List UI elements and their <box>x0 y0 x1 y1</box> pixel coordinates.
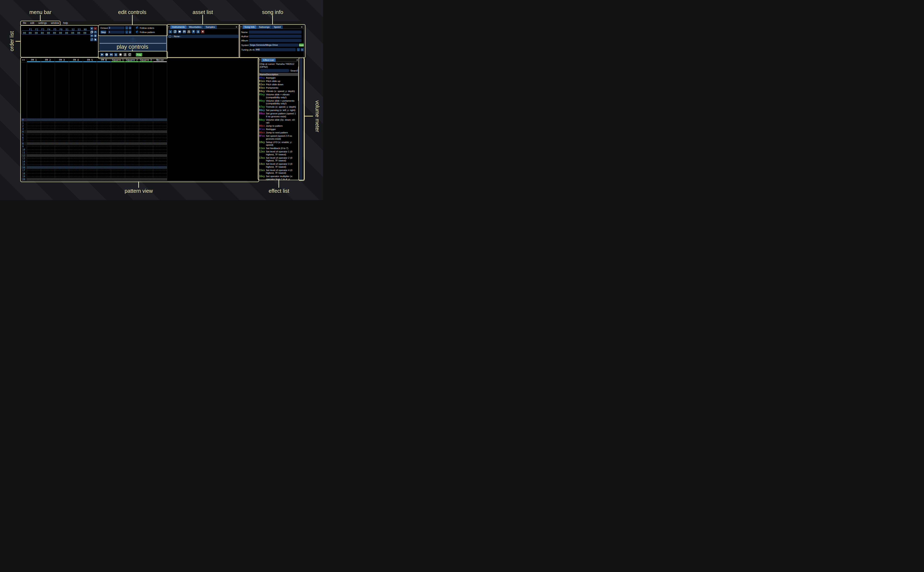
pattern-cell[interactable]: ············· <box>111 118 125 121</box>
pattern-cell[interactable]: ············· <box>69 118 83 121</box>
pattern-cell[interactable]: ············· <box>125 148 139 151</box>
pattern-cell[interactable]: ············· <box>27 178 41 181</box>
order-cell[interactable]: 00 <box>33 31 39 34</box>
pattern-cell[interactable]: ············· <box>83 118 97 121</box>
pattern-cell[interactable]: ············· <box>139 178 153 181</box>
pattern-cell[interactable]: ············· <box>41 127 55 130</box>
pattern-row-17[interactable]: 17······································… <box>21 169 167 172</box>
pattern-cell[interactable]: ············· <box>153 118 167 121</box>
menu-file[interactable]: file <box>23 22 26 25</box>
pattern-cell[interactable]: ············· <box>111 157 125 160</box>
pattern-row-5[interactable]: 5·······································… <box>21 133 167 136</box>
order-cell[interactable]: 00 <box>82 31 88 34</box>
pattern-cell[interactable]: ············· <box>83 163 97 166</box>
pattern-cell[interactable]: ············· <box>97 145 111 148</box>
collapse-icon[interactable]: ▼ <box>259 58 261 62</box>
pattern-cell[interactable]: ············· <box>97 178 111 181</box>
pattern-cell[interactable]: ············· <box>139 169 153 172</box>
pattern-cell[interactable]: ············· <box>139 118 153 121</box>
pattern-cell[interactable]: ············· <box>125 133 139 136</box>
pattern-cell[interactable]: ············· <box>139 166 153 169</box>
pattern-cell[interactable]: ············· <box>41 136 55 139</box>
pattern-row-12[interactable]: 12······································… <box>21 154 167 157</box>
pattern-cell[interactable]: ············· <box>55 154 69 157</box>
pattern-cell[interactable]: ············· <box>55 166 69 169</box>
pattern-cell[interactable]: ············· <box>153 133 167 136</box>
order-cell[interactable]: 00 <box>39 31 45 34</box>
effect-row-16xy[interactable]: 16xySet operator multiplier (x: operator… <box>259 175 299 180</box>
pattern-cell[interactable]: ············· <box>69 154 83 157</box>
effect-row-02xx[interactable]: 02xxPitch slide down <box>259 83 299 86</box>
tab-instruments[interactable]: Instruments <box>170 25 187 29</box>
pattern-cell[interactable]: ············· <box>97 121 111 124</box>
collapse-icon[interactable]: ▼ <box>167 25 170 29</box>
pattern-cell[interactable]: ············· <box>69 178 83 181</box>
follow-orders-checkbox[interactable]: ✓ <box>136 26 139 29</box>
pattern-row-10[interactable]: 10······································… <box>21 148 167 151</box>
pattern-cell[interactable]: ············· <box>55 175 69 178</box>
cursor-button[interactable] <box>94 38 97 41</box>
remove-button[interactable]: − <box>94 27 97 30</box>
pattern-row-7[interactable]: 7·······································… <box>21 139 167 142</box>
pattern-row-11[interactable]: 11······································… <box>21 151 167 154</box>
pattern-cell[interactable]: ············· <box>111 121 125 124</box>
follow-pattern-checkbox[interactable]: ✓ <box>136 31 139 33</box>
pattern-cell[interactable]: ············· <box>97 148 111 151</box>
pattern-cell[interactable]: ············· <box>111 142 125 145</box>
play-button[interactable] <box>100 53 104 56</box>
pattern-cell[interactable]: ············· <box>55 121 69 124</box>
pattern-cell[interactable]: ············· <box>111 175 125 178</box>
add-button[interactable]: + <box>90 27 93 30</box>
tuning-minus-button[interactable]: - <box>297 48 300 51</box>
pattern-cell[interactable]: ············· <box>41 142 55 145</box>
pattern-cell[interactable]: ············· <box>111 127 125 130</box>
pattern-cell[interactable]: ············· <box>153 172 167 175</box>
effect-row-03xx[interactable]: 03xxPortamento <box>259 87 299 90</box>
pattern-cell[interactable]: ············· <box>97 157 111 160</box>
pattern-cell[interactable]: ············· <box>69 130 83 133</box>
pattern-cell[interactable]: ············· <box>139 130 153 133</box>
order-cell[interactable]: 00 <box>27 31 33 34</box>
octave-plus-button[interactable]: + <box>129 26 131 30</box>
pattern-cell[interactable]: ············· <box>139 175 153 178</box>
pattern-cell[interactable]: ············· <box>69 142 83 145</box>
effect-row-0Axy[interactable]: 0AxyVolume slide (0y: down; x0: up) <box>259 118 299 124</box>
pattern-cell[interactable]: ············· <box>27 172 41 175</box>
pattern-cell[interactable]: ············· <box>153 160 167 163</box>
pattern-row-1[interactable]: 1·······································… <box>21 121 167 124</box>
channel-header-fm-6[interactable]: FM 6 <box>97 59 111 61</box>
pattern-cell[interactable]: ············· <box>153 154 167 157</box>
pattern-cell[interactable]: ············· <box>41 145 55 148</box>
pattern-row-0[interactable]: 0·······································… <box>21 118 167 121</box>
double-chevron-down-button[interactable] <box>94 34 97 37</box>
pattern-cell[interactable]: ············· <box>111 178 125 181</box>
pattern-cell[interactable]: ············· <box>27 133 41 136</box>
pattern-cell[interactable]: ············· <box>97 142 111 145</box>
pattern-cell[interactable]: ············· <box>41 157 55 160</box>
pattern-cell[interactable]: ············· <box>97 166 111 169</box>
pattern-cell[interactable]: ············· <box>125 151 139 154</box>
pattern-cell[interactable]: ············· <box>125 163 139 166</box>
pattern-cell[interactable]: ············· <box>139 172 153 175</box>
pattern-cell[interactable]: ············· <box>27 118 41 121</box>
effect-row-12xx[interactable]: 12xxSet level of operator 1 (0 highest, … <box>259 150 299 156</box>
pattern-cell[interactable]: ············· <box>69 139 83 142</box>
pattern-cell[interactable]: ············· <box>111 133 125 136</box>
effect-row-13xx[interactable]: 13xxSet level of operator 2 (0 highest, … <box>259 157 299 162</box>
effect-row-0Dxx[interactable]: 0DxxJump to next pattern <box>259 131 299 134</box>
album-input[interactable] <box>249 39 302 42</box>
pattern-cell[interactable]: ············· <box>139 145 153 148</box>
pattern-cell[interactable]: ············· <box>41 151 55 154</box>
pattern-cell[interactable]: ············· <box>139 133 153 136</box>
arrow-down-button[interactable] <box>114 53 118 56</box>
channel-header-square-3[interactable]: Square 3 <box>139 59 153 61</box>
pattern-cell[interactable]: ············· <box>55 160 69 163</box>
effect-row-15xx[interactable]: 15xxSet level of operator 4 (0 highest, … <box>259 169 299 174</box>
pattern-cell[interactable]: ············· <box>97 160 111 163</box>
pattern-row-19[interactable]: 19······································… <box>21 175 167 178</box>
pattern-cell[interactable]: ············· <box>139 157 153 160</box>
pattern-cell[interactable]: ············· <box>97 118 111 121</box>
pattern-cell[interactable]: ············· <box>41 160 55 163</box>
pattern-cell[interactable]: ············· <box>125 175 139 178</box>
pattern-row-8[interactable]: 8·······································… <box>21 142 167 145</box>
